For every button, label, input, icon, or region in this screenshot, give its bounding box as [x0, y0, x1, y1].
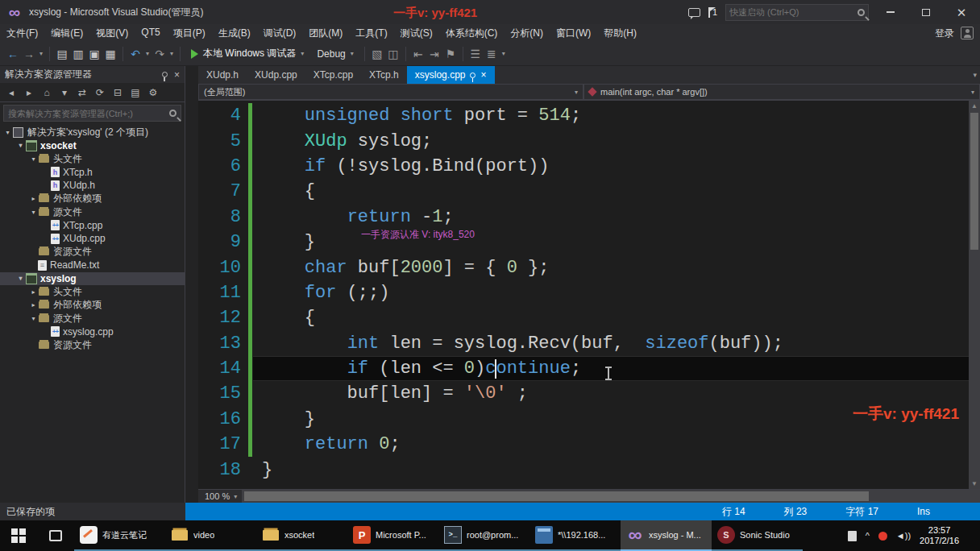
tab-XUdp.h[interactable]: XUdp.h	[198, 66, 247, 84]
chevron-expanded-icon[interactable]: ▾	[3, 129, 12, 136]
outdent-icon[interactable]: ⇤	[410, 45, 426, 63]
undo-dropdown-icon[interactable]: ▾	[143, 45, 152, 63]
menu-item-1[interactable]: 编辑(E)	[44, 25, 89, 42]
scope-filter-icon[interactable]: ▾	[56, 85, 73, 100]
scroll-down-icon[interactable]: ▼	[969, 478, 980, 489]
zoom-control[interactable]: 100 % ▾	[198, 491, 242, 501]
save-all-icon[interactable]: ▦	[102, 45, 118, 63]
solution-search-input[interactable]	[8, 109, 169, 118]
taskbar-clock[interactable]: 23:57 2017/2/16	[920, 525, 962, 546]
taskbar-item-xsocket[interactable]: xsocket	[256, 520, 347, 551]
line-number[interactable]: 6	[198, 156, 248, 176]
menu-item-11[interactable]: 分析(N)	[504, 25, 550, 42]
configuration-dropdown[interactable]: Debug ▾	[310, 45, 359, 63]
code-line-4[interactable]: 4 unsigned short port = 514;	[198, 103, 969, 128]
explorer-forward-icon[interactable]: ▸	[21, 85, 37, 100]
line-number[interactable]: 7	[198, 181, 248, 201]
member-dropdown[interactable]: main(int argc, char * argv[]) ▾	[583, 84, 980, 100]
vertical-scrollbar-thumb[interactable]	[970, 113, 978, 250]
nav-back-icon[interactable]: ←	[5, 45, 21, 63]
chevron-collapsed-icon[interactable]: ▸	[29, 301, 38, 309]
tree-item-ReadMe.txt[interactable]: ≡ReadMe.txt	[0, 259, 185, 272]
refresh-icon[interactable]: ⟳	[92, 85, 108, 100]
code-line-13[interactable]: 13 int len = syslog.Recv(buf, sizeof(buf…	[198, 331, 969, 356]
tree-item-源文件[interactable]: ▾源文件	[0, 205, 185, 219]
line-number[interactable]: 13	[198, 334, 248, 354]
code-line-7[interactable]: 7 {	[198, 179, 969, 204]
redo-icon[interactable]: ↷	[152, 45, 168, 63]
code-line-14[interactable]: 14 if (len <= 0)continue;	[198, 356, 969, 381]
open-file-icon[interactable]: ▥	[70, 45, 86, 63]
code-line-15[interactable]: 15 buf[len] = '\0' ;	[198, 381, 969, 406]
tab-XTcp.h[interactable]: XTcp.h	[361, 66, 407, 84]
horizontal-scrollbar-thumb[interactable]	[244, 491, 869, 501]
explorer-back-icon[interactable]: ◂	[3, 85, 19, 100]
tree-item-XUdp.cpp[interactable]: ++XUdp.cpp	[0, 232, 185, 246]
chevron-collapsed-icon[interactable]: ▸	[29, 288, 38, 296]
maximize-button[interactable]	[912, 2, 940, 23]
menu-item-12[interactable]: 窗口(W)	[550, 25, 597, 42]
tree-item-头文件[interactable]: ▸头文件	[0, 285, 185, 299]
close-button[interactable]: ✕	[948, 2, 975, 23]
line-number[interactable]: 11	[198, 283, 248, 303]
tree-item-解决方案'xsyslog' (2 个项目)[interactable]: ▾解决方案'xsyslog' (2 个项目)	[0, 126, 185, 139]
solution-explorer-header[interactable]: 解决方案资源管理器 ×	[0, 66, 185, 83]
tree-item-资源文件[interactable]: 资源文件	[0, 338, 185, 352]
taskbar-item-Sonic Studio[interactable]: SSonic Studio	[712, 520, 803, 551]
code-line-10[interactable]: 10 char buf[2000] = { 0 };	[198, 255, 969, 280]
minimize-button[interactable]	[877, 2, 904, 23]
line-number[interactable]: 5	[198, 131, 248, 151]
taskbar-item-Microsoft P...[interactable]: PMicrosoft P...	[347, 520, 438, 551]
menu-item-7[interactable]: 团队(M)	[302, 25, 349, 42]
line-number[interactable]: 16	[198, 409, 248, 429]
tab-overflow-icon[interactable]: ▾	[973, 71, 977, 79]
line-number[interactable]: 15	[198, 383, 248, 404]
chevron-expanded-icon[interactable]: ▾	[29, 315, 38, 322]
menu-item-13[interactable]: 帮助(H)	[597, 25, 643, 42]
close-tab-icon[interactable]: ×	[480, 70, 486, 80]
redo-dropdown-icon[interactable]: ▾	[168, 45, 176, 63]
menu-item-9[interactable]: 测试(S)	[394, 25, 439, 42]
toolbar-options-icon[interactable]: ▾	[500, 45, 508, 63]
menu-item-10[interactable]: 体系结构(C)	[439, 25, 505, 42]
horizontal-scrollbar[interactable]	[242, 490, 980, 503]
line-number[interactable]: 10	[198, 258, 248, 278]
quick-launch-input[interactable]	[729, 7, 858, 17]
line-number[interactable]: 18	[198, 460, 248, 480]
chevron-expanded-icon[interactable]: ▾	[16, 142, 25, 149]
line-number[interactable]: 9	[198, 232, 248, 252]
tree-item-外部依赖项[interactable]: ▸外部依赖项	[0, 299, 185, 313]
code-line-11[interactable]: 11 for (;;)	[198, 280, 969, 305]
menu-item-3[interactable]: QT5	[135, 25, 166, 42]
tree-item-xsyslog[interactable]: ▾xsyslog	[0, 272, 185, 286]
menu-item-8[interactable]: 工具(T)	[349, 25, 393, 42]
menu-item-0[interactable]: 文件(F)	[0, 25, 44, 42]
chevron-collapsed-icon[interactable]: ▸	[29, 195, 38, 202]
menu-item-6[interactable]: 调试(D)	[257, 25, 303, 42]
code-line-18[interactable]: 18}	[198, 457, 969, 482]
feedback-icon[interactable]	[688, 8, 700, 17]
nav-forward-icon[interactable]: →	[21, 45, 37, 63]
code-editor[interactable]: 4 unsigned short port = 514;5 XUdp syslo…	[198, 101, 980, 489]
status-char[interactable]: 字符 17	[845, 505, 878, 519]
tree-item-头文件[interactable]: ▾头文件	[0, 152, 185, 166]
tray-red-icon[interactable]	[878, 532, 887, 541]
bookmark-icon[interactable]: ⚑	[442, 45, 459, 63]
line-number[interactable]: 17	[198, 434, 248, 454]
tray-app-icon[interactable]	[848, 531, 857, 541]
sign-in-link[interactable]: 登录	[935, 27, 954, 40]
chevron-expanded-icon[interactable]: ▾	[16, 275, 25, 282]
pin-icon[interactable]	[470, 72, 475, 78]
indent-icon[interactable]: ⇥	[426, 45, 442, 63]
status-insert-mode[interactable]: Ins	[917, 506, 930, 517]
chevron-expanded-icon[interactable]: ▾	[29, 209, 38, 216]
taskbar-item-video[interactable]: video	[165, 520, 256, 551]
scope-dropdown[interactable]: (全局范围) ▾	[198, 84, 583, 100]
nav-dropdown-icon[interactable]: ▾	[37, 45, 45, 63]
tree-item-xsyslog.cpp[interactable]: ++xsyslog.cpp	[0, 325, 185, 339]
notifications-button[interactable]: 1	[708, 7, 717, 18]
menu-item-2[interactable]: 视图(V)	[89, 25, 135, 42]
line-number[interactable]: 4	[198, 106, 248, 126]
comment-icon[interactable]: ☰	[467, 45, 484, 63]
tree-item-源文件[interactable]: ▾源文件	[0, 312, 185, 325]
